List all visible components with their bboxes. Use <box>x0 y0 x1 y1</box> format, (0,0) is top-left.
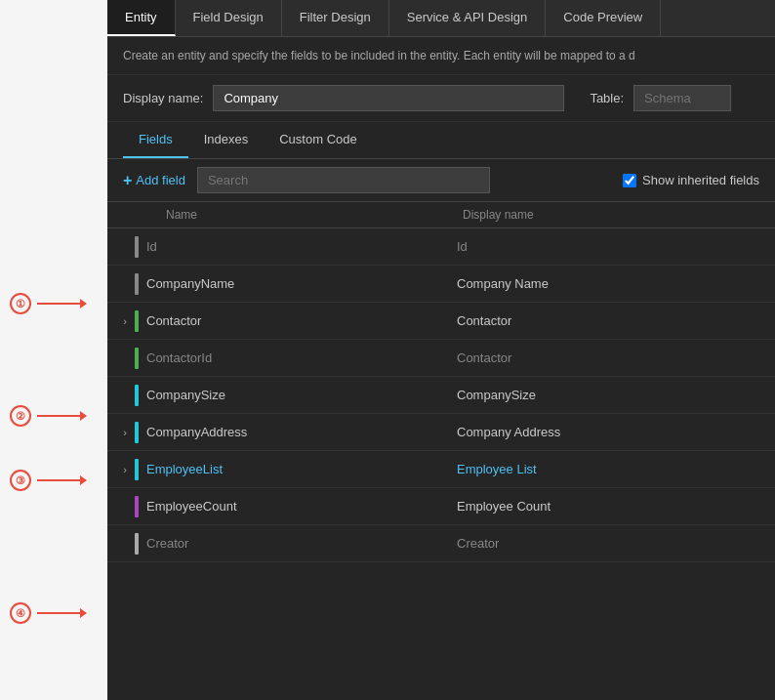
field-row-employee-count[interactable]: EmployeeCountEmployee Count <box>107 488 775 525</box>
annotation-arrow-3 <box>37 479 86 481</box>
row-expand-employee-list[interactable]: › <box>115 464 135 475</box>
field-display-company-size: CompanySize <box>457 388 767 402</box>
tab-filter-design[interactable]: Filter Design <box>282 0 389 36</box>
display-name-label: Display name: <box>123 91 203 105</box>
annotation-3: ③ <box>10 470 86 491</box>
tab-code-preview[interactable]: Code Preview <box>546 0 661 36</box>
plus-icon: + <box>123 172 132 189</box>
annotation-circle-1: ① <box>10 293 31 314</box>
field-row-contactor[interactable]: ›ContactorContactor <box>107 303 775 340</box>
tab-field-design[interactable]: Field Design <box>176 0 282 36</box>
field-row-id-field[interactable]: IdId <box>107 228 775 266</box>
field-row-company-name[interactable]: CompanyNameCompany Name <box>107 266 775 303</box>
annotation-arrow-1 <box>37 303 86 305</box>
annotation-circle-3: ③ <box>10 470 31 491</box>
annotation-arrow-2 <box>37 415 86 417</box>
sub-tab-custom-code[interactable]: Custom Code <box>264 122 372 158</box>
sub-tab-fields[interactable]: Fields <box>123 122 188 158</box>
field-row-employee-list[interactable]: ›EmployeeListEmployee List <box>107 451 775 488</box>
annotation-2: ② <box>10 405 86 427</box>
field-row-creator[interactable]: CreatorCreator <box>107 525 775 562</box>
col-display-header: Display name <box>463 208 759 222</box>
table-header: Name Display name <box>107 202 775 228</box>
row-expand-company-address[interactable]: › <box>115 427 135 438</box>
field-name-employee-count: EmployeeCount <box>146 499 457 514</box>
field-display-company-address: Company Address <box>457 425 767 439</box>
display-name-input[interactable] <box>213 85 564 111</box>
field-name-company-name: CompanyName <box>146 276 457 291</box>
field-indicator-contactor <box>135 310 139 332</box>
table-body: IdIdCompanyNameCompany Name›ContactorCon… <box>107 228 775 700</box>
sub-tab-indexes[interactable]: Indexes <box>188 122 265 158</box>
description-text: Create an entity and specify the fields … <box>107 37 775 75</box>
schema-input[interactable] <box>633 85 731 111</box>
field-name-id-field: Id <box>146 239 457 254</box>
field-indicator-creator <box>135 533 139 555</box>
col-name-header: Name <box>166 208 463 222</box>
field-name-employee-list: EmployeeList <box>146 462 457 476</box>
annotation-1: ① <box>10 293 86 314</box>
field-display-id-field: Id <box>457 239 767 254</box>
field-indicator-company-size <box>135 385 139 406</box>
field-row-company-size[interactable]: CompanySizeCompanySize <box>107 377 775 414</box>
annotation-circle-2: ② <box>10 405 31 427</box>
field-name-contactor: Contactor <box>146 313 457 328</box>
field-display-contactor: Contactor <box>457 313 767 328</box>
field-name-company-address: CompanyAddress <box>146 425 457 439</box>
tab-service-api[interactable]: Service & API Design <box>389 0 547 36</box>
field-name-company-size: CompanySize <box>146 388 457 402</box>
field-row-company-address[interactable]: ›CompanyAddressCompany Address <box>107 414 775 451</box>
field-display-company-name: Company Name <box>457 276 767 291</box>
show-inherited-label[interactable]: Show inherited fields <box>623 173 759 187</box>
add-field-label: Add field <box>136 173 185 187</box>
main-content: Entity Field Design Filter Design Servic… <box>107 0 775 700</box>
row-expand-contactor[interactable]: › <box>115 315 135 327</box>
annotation-4: ④ <box>10 602 86 624</box>
tab-entity[interactable]: Entity <box>107 0 176 36</box>
field-display-employee-count: Employee Count <box>457 499 767 514</box>
show-inherited-checkbox[interactable] <box>623 174 636 187</box>
field-indicator-employee-list <box>135 459 139 480</box>
field-indicator-company-name <box>135 273 139 295</box>
toolbar-row: + Add field Show inherited fields <box>107 159 775 202</box>
field-indicator-employee-count <box>135 496 139 517</box>
sub-tabs: Fields Indexes Custom Code <box>107 122 775 159</box>
field-indicator-contactor-id <box>135 348 139 369</box>
search-input[interactable] <box>197 167 490 193</box>
field-display-employee-list: Employee List <box>457 462 767 476</box>
outer-container: ① ② ③ ④ Entity Field Design Filter Desig… <box>0 0 775 700</box>
field-row-contactor-id[interactable]: ContactorIdContactor <box>107 340 775 377</box>
field-display-contactor-id: Contactor <box>457 350 767 365</box>
annotation-arrow-4 <box>37 612 86 614</box>
show-inherited-text: Show inherited fields <box>642 173 759 187</box>
field-display-creator: Creator <box>457 536 767 551</box>
table-label: Table: <box>590 91 624 105</box>
add-field-button[interactable]: + Add field <box>123 168 185 193</box>
annotations-column: ① ② ③ ④ <box>0 0 107 700</box>
field-indicator-id-field <box>135 236 139 258</box>
form-row: Display name: Table: <box>107 75 775 122</box>
tab-bar: Entity Field Design Filter Design Servic… <box>107 0 775 37</box>
annotation-circle-4: ④ <box>10 602 31 624</box>
field-name-contactor-id: ContactorId <box>146 350 457 365</box>
field-name-creator: Creator <box>146 536 457 551</box>
field-indicator-company-address <box>135 422 139 443</box>
